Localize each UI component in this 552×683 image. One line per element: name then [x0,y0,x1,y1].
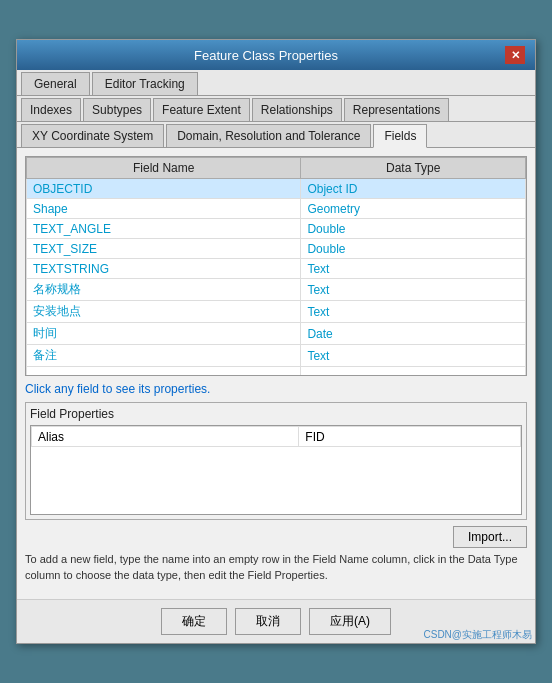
description-text: To add a new field, type the name into a… [25,552,527,583]
data-type-cell[interactable]: Object ID [301,179,526,199]
fields-table-container[interactable]: Field Name Data Type OBJECTIDObject IDSh… [25,156,527,376]
data-type-cell[interactable]: Geometry [301,199,526,219]
import-row: Import... [25,526,527,548]
tab-row-1: General Editor Tracking [17,70,535,96]
ok-button[interactable]: 确定 [161,608,227,635]
field-prop-value-alias[interactable]: FID [299,427,521,447]
field-name-cell[interactable]: TEXTSTRING [27,259,301,279]
apply-button[interactable]: 应用(A) [309,608,391,635]
table-row[interactable] [27,367,526,377]
tab-editor-tracking[interactable]: Editor Tracking [92,72,198,95]
table-row[interactable]: TEXT_SIZEDouble [27,239,526,259]
feature-class-properties-dialog: Feature Class Properties ✕ General Edito… [16,39,536,644]
data-type-cell[interactable]: Double [301,219,526,239]
col-header-field-name: Field Name [27,158,301,179]
col-header-data-type: Data Type [301,158,526,179]
watermark: CSDN@实施工程师木易 [424,628,533,642]
hint-text[interactable]: Click any field to see its properties. [25,382,527,396]
data-type-cell[interactable] [301,367,526,377]
field-name-cell[interactable]: 安装地点 [27,301,301,323]
field-name-cell[interactable]: 备注 [27,345,301,367]
dialog-title: Feature Class Properties [27,48,505,63]
field-name-cell[interactable] [27,367,301,377]
field-name-cell[interactable]: 名称规格 [27,279,301,301]
data-type-cell[interactable]: Text [301,301,526,323]
table-row[interactable]: OBJECTIDObject ID [27,179,526,199]
tab-subtypes[interactable]: Subtypes [83,98,151,121]
dialog-content: Field Name Data Type OBJECTIDObject IDSh… [17,148,535,599]
tab-indexes[interactable]: Indexes [21,98,81,121]
data-type-cell[interactable]: Double [301,239,526,259]
data-type-cell[interactable]: Text [301,279,526,301]
field-properties-table[interactable]: Alias FID [30,425,522,515]
tab-relationships[interactable]: Relationships [252,98,342,121]
tab-fields[interactable]: Fields [373,124,427,148]
tab-row-3: XY Coordinate System Domain, Resolution … [17,122,535,148]
cancel-button[interactable]: 取消 [235,608,301,635]
field-name-cell[interactable]: Shape [27,199,301,219]
tab-representations[interactable]: Representations [344,98,449,121]
table-row[interactable]: TEXT_ANGLEDouble [27,219,526,239]
data-type-cell[interactable]: Text [301,345,526,367]
table-row[interactable]: 备注Text [27,345,526,367]
table-row[interactable]: TEXTSTRINGText [27,259,526,279]
field-properties-label: Field Properties [30,407,522,421]
close-button[interactable]: ✕ [505,46,525,64]
field-properties-group: Field Properties Alias FID [25,402,527,520]
table-row[interactable]: 名称规格Text [27,279,526,301]
field-name-cell[interactable]: TEXT_SIZE [27,239,301,259]
tab-general[interactable]: General [21,72,90,95]
field-name-cell[interactable]: TEXT_ANGLE [27,219,301,239]
table-row[interactable]: 安装地点Text [27,301,526,323]
tab-feature-extent[interactable]: Feature Extent [153,98,250,121]
field-prop-row-alias: Alias FID [32,427,521,447]
data-type-cell[interactable]: Date [301,323,526,345]
tab-xy-coordinate[interactable]: XY Coordinate System [21,124,164,147]
field-prop-key-alias: Alias [32,427,299,447]
tab-domain-resolution[interactable]: Domain, Resolution and Tolerance [166,124,371,147]
import-button[interactable]: Import... [453,526,527,548]
title-bar: Feature Class Properties ✕ [17,40,535,70]
table-row[interactable]: 时间Date [27,323,526,345]
fields-table: Field Name Data Type OBJECTIDObject IDSh… [26,157,526,376]
data-type-cell[interactable]: Text [301,259,526,279]
table-row[interactable]: ShapeGeometry [27,199,526,219]
tab-row-2: Indexes Subtypes Feature Extent Relation… [17,96,535,122]
field-name-cell[interactable]: 时间 [27,323,301,345]
field-name-cell[interactable]: OBJECTID [27,179,301,199]
